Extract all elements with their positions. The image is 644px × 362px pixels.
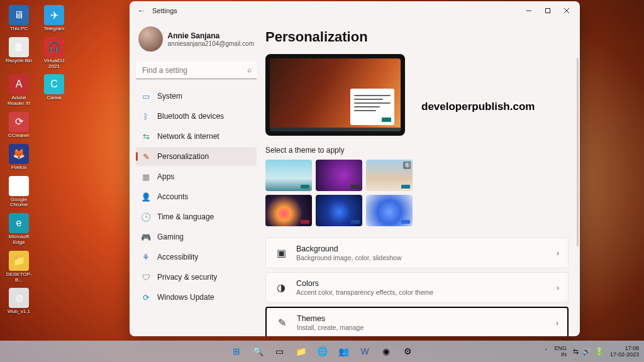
sidebar-item-label: Accessibility <box>157 253 198 261</box>
theme-thumbnail-4[interactable] <box>265 195 312 226</box>
minimize-button[interactable] <box>519 4 538 18</box>
volume-icon[interactable]: 🔊 <box>582 348 591 356</box>
desktop-icon-label: Adobe Reader XI <box>5 96 33 107</box>
desktop-icon[interactable]: 🖥This PC <box>5 5 33 32</box>
desktop-icon-label: Wub_v1.1 <box>8 309 30 315</box>
svg-rect-1 <box>546 9 550 13</box>
desktop-icon-label: This PC <box>10 26 28 32</box>
sidebar-item-gaming[interactable]: 🎮Gaming <box>136 228 257 246</box>
taskbar-chrome[interactable]: ◉ <box>377 342 396 361</box>
sidebar-item-system[interactable]: ▭System <box>136 87 257 106</box>
page-title: Personalization <box>265 29 571 45</box>
accessibility-icon: ⚘ <box>141 252 151 262</box>
option-title: Colors <box>296 279 548 288</box>
battery-icon[interactable]: 🔋 <box>595 348 604 356</box>
sidebar-item-network-internet[interactable]: ⇆Network & internet <box>136 127 257 146</box>
sidebar-item-label: Gaming <box>157 233 184 241</box>
desktop-icon-label: CCleaner <box>8 133 30 139</box>
desktop-icon[interactable]: 🎧VirtualDJ 2021 <box>40 37 68 70</box>
nav-list: ▭SystemᛒBluetooth & devices⇆Network & in… <box>136 87 257 307</box>
desktop-preview[interactable] <box>265 54 405 136</box>
desktop-app-icon: 📁 <box>9 251 29 271</box>
desktop-icon-label: Microsoft Edge <box>5 234 33 246</box>
desktop-icons-grid: 🖥This PC✈Telegram🗑Recycle Bin🎧VirtualDJ … <box>5 5 68 315</box>
sidebar-item-label: Time & language <box>157 212 214 221</box>
theme-thumbnail-2[interactable] <box>316 160 362 191</box>
taskbar-word[interactable]: W <box>355 342 374 361</box>
taskbar-teams[interactable]: 👥 <box>334 342 353 361</box>
sidebar-item-accessibility[interactable]: ⚘Accessibility <box>136 248 257 266</box>
content-scrollbar[interactable] <box>577 58 579 246</box>
desktop-icon[interactable]: CCanva <box>40 74 68 107</box>
desktop-icon[interactable]: ◉Google Chrome <box>5 176 33 209</box>
sidebar-item-windows-update[interactable]: ⟳Windows Update <box>136 288 257 307</box>
sidebar-item-apps[interactable]: ▦Apps <box>136 167 257 186</box>
maximize-button[interactable] <box>538 4 557 18</box>
sidebar-item-label: Privacy & security <box>157 273 217 282</box>
bluetooth-devices-icon: ᛒ <box>141 111 151 121</box>
desktop-app-icon: A <box>9 74 29 94</box>
profile-block[interactable]: Annie Sanjana anniesanjana2104@gmail.com <box>136 24 257 59</box>
option-subtitle: Install, create, manage <box>297 324 547 331</box>
language-indicator[interactable]: ENG IN <box>554 345 567 358</box>
window-titlebar: ← Settings <box>130 1 580 20</box>
desktop-icon[interactable]: 📁DESKTOP-B... <box>5 251 33 283</box>
desktop-icon[interactable]: AAdobe Reader XI <box>5 74 33 107</box>
sidebar-item-accounts[interactable]: 👤Accounts <box>136 187 257 206</box>
sidebar-item-personalization[interactable]: ✎Personalization <box>136 147 257 166</box>
desktop-app-icon: 🦊 <box>9 144 29 164</box>
wifi-icon[interactable]: ⇆ <box>573 348 579 356</box>
desktop-icon[interactable]: 🦊Firefox <box>5 144 33 171</box>
desktop-app-icon: ⊘ <box>9 288 29 308</box>
system-icon: ▭ <box>141 91 151 101</box>
apps-icon: ▦ <box>141 172 151 182</box>
desktop-app-icon: C <box>44 74 64 94</box>
taskbar-file-explorer[interactable]: 📁 <box>291 342 310 361</box>
clock[interactable]: 17:08 17-02-2023 <box>610 345 639 358</box>
desktop-icon[interactable]: ⊘Wub_v1.1 <box>5 288 33 315</box>
option-themes[interactable]: ✎ThemesInstall, create, manage› <box>265 307 569 336</box>
taskbar-edge[interactable]: 🌐 <box>313 342 331 361</box>
option-colors[interactable]: ◑ColorsAccent color, transparency effect… <box>265 272 569 303</box>
desktop-app-icon: ✈ <box>44 5 64 25</box>
search-container: ⌕ <box>136 62 257 79</box>
desktop-icon[interactable]: ✈Telegram <box>40 5 68 32</box>
tray-chevron-icon[interactable]: ˄ <box>545 348 548 354</box>
task-view-button[interactable]: ▭ <box>270 342 289 361</box>
settings-content: Personalization Select a theme to apply <box>263 20 580 336</box>
option-subtitle: Accent color, transparency effects, colo… <box>296 288 548 296</box>
settings-sidebar: Annie Sanjana anniesanjana2104@gmail.com… <box>130 20 263 336</box>
option-background[interactable]: ▣BackgroundBackground image, color, slid… <box>265 238 569 268</box>
avatar <box>138 26 163 52</box>
search-input[interactable] <box>136 62 257 79</box>
system-tray[interactable]: ˄ ENG IN ⇆ 🔊 🔋 17:08 17-02-2023 <box>545 345 639 358</box>
theme-thumbnail-5[interactable] <box>316 195 362 226</box>
back-button[interactable]: ← <box>133 6 150 15</box>
desktop-app-icon: 🎧 <box>44 37 64 57</box>
sidebar-item-label: Apps <box>157 172 174 181</box>
desktop-icon[interactable]: eMicrosoft Edge <box>5 213 33 246</box>
theme-thumbnail-1[interactable] <box>265 160 312 191</box>
close-button[interactable] <box>557 4 576 18</box>
theme-thumbnail-3[interactable] <box>366 160 413 191</box>
desktop-icon-label: Recycle Bin <box>6 58 32 64</box>
sidebar-item-privacy-security[interactable]: 🛡Privacy & security <box>136 268 257 287</box>
sidebar-item-label: System <box>157 92 182 101</box>
sidebar-item-bluetooth-devices[interactable]: ᛒBluetooth & devices <box>136 107 257 126</box>
profile-email: anniesanjana2104@gmail.com <box>168 40 254 47</box>
start-button[interactable]: ⊞ <box>227 342 246 361</box>
sidebar-item-label: Windows Update <box>157 293 214 302</box>
taskbar-settings[interactable]: ⚙ <box>398 342 417 361</box>
privacy-security-icon: 🛡 <box>141 272 151 282</box>
sidebar-item-time-language[interactable]: 🕒Time & language <box>136 207 257 226</box>
desktop-icon[interactable]: 🗑Recycle Bin <box>5 37 33 70</box>
personalization-icon: ✎ <box>141 151 151 162</box>
theme-section-label: Select a theme to apply <box>265 146 571 155</box>
taskbar-search-icon[interactable]: 🔍 <box>248 342 267 361</box>
desktop-app-icon: e <box>9 213 29 233</box>
theme-thumbnail-6[interactable] <box>366 195 413 226</box>
time-language-icon: 🕒 <box>141 212 151 222</box>
desktop-app-icon: ◉ <box>9 176 29 196</box>
sidebar-item-label: Bluetooth & devices <box>157 112 224 121</box>
desktop-icon[interactable]: ⟳CCleaner <box>5 112 33 139</box>
